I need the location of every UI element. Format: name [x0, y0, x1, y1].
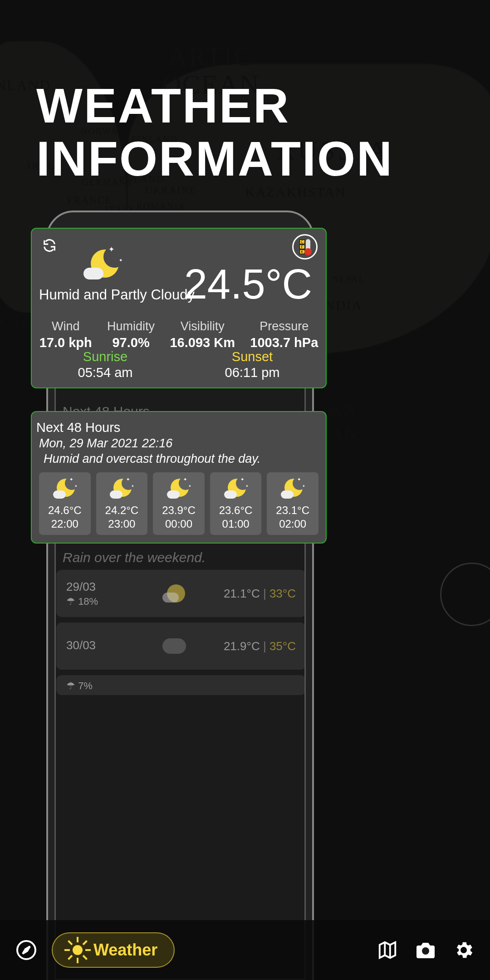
partly-cloudy-night-icon: ✦✦ [223, 476, 249, 501]
sun-times-row: Sunrise 05:54 am Sunset 06:11 pm [32, 349, 326, 380]
partly-cloudy-night-icon: ✦ ✦ [83, 245, 122, 285]
hour-cell[interactable]: ✦✦ 24.2°C 23:00 [96, 472, 148, 535]
daily-forecast-row[interactable]: 29/03 ☂ 18% 21.1°C | 33°C [56, 570, 306, 617]
sunset: Sunset 06:11 pm [225, 349, 280, 380]
weather-tab-label: Weather [93, 941, 157, 960]
hourly-summary: Humid and overcast throughout the day. [44, 452, 321, 466]
daily-forecast-row[interactable]: 30/03 21.9°C | 35°C [56, 622, 306, 670]
current-weather-card: CFK ✦ ✦ Humid and Partly Cloudy 24.5°C W… [31, 228, 327, 388]
svg-marker-1 [23, 946, 30, 954]
temperature-unit-button[interactable]: CFK [292, 234, 318, 260]
partly-cloudy-day-icon [125, 583, 224, 604]
current-temperature: 24.5°C [184, 260, 312, 308]
hour-cell[interactable]: ✦✦ 23.9°C 00:00 [153, 472, 205, 535]
partly-cloudy-night-icon: ✦✦ [166, 476, 191, 501]
camera-icon[interactable] [413, 937, 438, 963]
stat-pressure: Pressure 1003.7 hPa [250, 319, 318, 350]
hourly-strip[interactable]: ✦✦ 24.6°C 22:00 ✦✦ 24.2°C 23:00 ✦✦ 23.9°… [36, 472, 321, 535]
partly-cloudy-night-icon: ✦✦ [109, 476, 134, 501]
svg-marker-2 [380, 942, 396, 958]
cloud-icon [125, 638, 224, 654]
refresh-icon[interactable] [42, 238, 57, 253]
stat-visibility: Visibility 16.093 Km [170, 319, 235, 350]
thermometer-icon [306, 239, 310, 255]
settings-icon[interactable] [451, 937, 476, 963]
sunrise: Sunrise 05:54 am [78, 349, 133, 380]
promo-line2: INFORMATION [36, 132, 393, 186]
daily-rain: ☂ 18% [66, 596, 125, 608]
daily-rain: ☂ 7% [66, 680, 93, 692]
svg-point-5 [422, 947, 429, 955]
daily-temps: 21.9°C | 35°C [224, 639, 296, 653]
weather-stats-row: Wind 17.0 kph Humidity 97.0% Visibility … [32, 319, 326, 350]
daily-forecast-row[interactable]: ☂ 7% [56, 675, 306, 695]
stat-humidity: Humidity 97.0% [107, 319, 155, 350]
daily-date: 29/03 [66, 580, 125, 594]
map-icon[interactable] [375, 937, 400, 963]
hour-cell[interactable]: ✦✦ 23.6°C 01:00 [210, 472, 262, 535]
partly-cloudy-night-icon: ✦✦ [52, 476, 78, 501]
hour-cell[interactable]: ✦✦ 23.1°C 02:00 [267, 472, 318, 535]
hourly-title: Next 48 Hours [36, 420, 321, 435]
hour-cell[interactable]: ✦✦ 24.6°C 22:00 [39, 472, 91, 535]
daily-date: 30/03 [66, 638, 125, 652]
bottom-nav: Weather [0, 920, 490, 980]
bg-rain-summary: Rain over the weekend. [63, 550, 206, 565]
weather-tab[interactable]: Weather [52, 932, 175, 968]
compass-icon[interactable] [14, 937, 39, 963]
daily-temps: 21.1°C | 33°C [224, 587, 296, 601]
hourly-forecast-card: Next 48 Hours Mon, 29 Mar 2021 22:16 Hum… [31, 411, 327, 544]
condition-text: Humid and Partly Cloudy [39, 287, 195, 303]
promo-line1: WEATHER [36, 79, 393, 132]
partly-cloudy-night-icon: ✦✦ [280, 476, 305, 501]
hourly-datetime: Mon, 29 Mar 2021 22:16 [39, 436, 321, 451]
promo-title: WEATHER INFORMATION [36, 79, 393, 185]
stat-wind: Wind 17.0 kph [39, 319, 92, 350]
